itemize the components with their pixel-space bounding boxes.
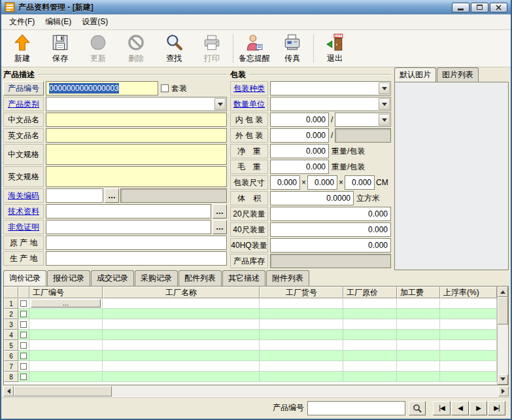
row-checkbox[interactable] [20,363,27,370]
tab-purchase-records[interactable]: 采购记录 [135,270,178,286]
container40hq-input[interactable]: 0.000 [270,238,391,253]
tab-deal-records[interactable]: 成交记录 [91,270,134,286]
tab-quote-records[interactable]: 报价记录 [47,270,90,286]
nav-next-button[interactable]: ▶ [469,401,487,415]
product-no-input[interactable]: 0000000000000003 [46,81,158,96]
row-checkbox[interactable] [20,353,27,359]
table-row[interactable]: 8 [4,372,497,382]
horizontal-scroll-track[interactable] [14,386,498,396]
tab-other-description[interactable]: 其它描述 [222,270,265,286]
customs-code-input[interactable] [46,188,103,203]
vertical-scroll-thumb[interactable] [498,297,508,324]
search-button[interactable] [409,401,426,415]
set-checkbox[interactable] [161,84,169,92]
titlebar[interactable]: 产品资料管理 - [新建] [1,0,511,14]
produce-input[interactable] [46,251,227,266]
qty-unit-dropdown[interactable] [270,97,391,111]
tech-doc-link[interactable]: 技术资料 [8,206,39,217]
gross-weight-input[interactable]: 0.000 [270,160,329,174]
nav-last-button[interactable]: ▶| [488,401,505,415]
header-processing-fee[interactable]: 加工费 [397,287,440,298]
toolbar-update-button[interactable]: 更新 [79,31,117,66]
row-checkbox[interactable] [20,321,27,328]
toolbar-exit-button[interactable]: EXIT 退出 [316,31,354,66]
pack-type-link[interactable]: 包装种类 [233,83,265,94]
tab-attachment-list[interactable]: 附件列表 [266,270,309,286]
cn-spec-input[interactable] [46,144,227,165]
tech-browse-button[interactable]: … [213,204,227,219]
header-factory-price[interactable]: 工厂原价 [343,287,397,298]
tech-doc-input[interactable] [46,204,211,219]
vertical-scroll-track[interactable] [498,297,508,374]
search-product-no-input[interactable] [307,401,405,415]
scroll-up-button[interactable] [498,287,508,297]
toolbar-new-button[interactable]: 新建 [3,31,41,66]
minimize-button[interactable] [452,3,469,12]
table-row[interactable]: 2 [4,309,497,319]
row-checkbox[interactable] [20,332,27,338]
table-row[interactable]: 6 [4,351,497,361]
table-row[interactable]: 3 [4,319,497,330]
inner-pack-unit-dropdown[interactable] [335,113,391,127]
chevron-down-icon[interactable] [379,82,390,94]
row-checkbox[interactable] [20,342,27,349]
origin-input[interactable] [46,236,227,250]
table-row[interactable]: 4 [4,330,497,340]
table-row[interactable]: 1 … [4,298,497,309]
toolbar-find-button[interactable]: 查找 [155,31,193,66]
toolbar-delete-button[interactable]: 删除 [117,31,155,66]
nav-first-button[interactable]: |◀ [433,401,451,415]
toolbar-print-button[interactable]: 打印 [193,31,231,66]
row-checkbox[interactable] [20,300,27,307]
pack-size-width-input[interactable]: 0.000 [307,175,337,190]
tab-default-image[interactable]: 默认图片 [394,67,436,82]
nav-prev-button[interactable]: ◀ [451,401,469,415]
header-markup-rate[interactable]: 上浮率(%) [440,287,497,298]
scroll-down-button[interactable] [498,374,508,385]
toolbar-save-button[interactable]: 保存 [41,31,79,66]
inner-pack-input[interactable]: 0.000 [270,113,329,127]
outer-pack-input[interactable]: 0.000 [270,128,329,143]
scroll-left-button[interactable] [3,386,14,396]
maximize-button[interactable] [471,3,488,12]
horizontal-scroll-thumb[interactable] [14,386,112,396]
header-factory-no[interactable]: 工厂编号 [29,287,103,298]
pack-size-height-input[interactable]: 0.000 [345,175,375,190]
net-weight-input[interactable]: 0.000 [270,144,329,158]
table-row[interactable]: 7 [4,361,497,372]
toolbar-reminder-button[interactable]: 备忘提醒 [235,31,273,66]
horizontal-scrollbar[interactable] [3,386,509,396]
nondanger-input[interactable] [46,220,211,234]
vertical-scrollbar[interactable] [497,287,508,385]
toolbar-fax-button[interactable]: 传真 [273,31,311,66]
header-factory-item-no[interactable]: 工厂货号 [260,287,343,298]
customs-code-link[interactable]: 海关编码 [8,190,39,201]
product-no-button[interactable]: 产品编号 [3,81,44,96]
menu-edit[interactable]: 编辑(E) [40,14,77,29]
customs-browse-button[interactable]: … [105,188,119,203]
row-checkbox[interactable] [20,311,27,317]
category-link[interactable]: 产品类别 [8,99,39,110]
en-spec-input[interactable] [46,166,227,187]
nondanger-link[interactable]: 非危证明 [8,222,39,233]
tab-image-list[interactable]: 图片列表 [437,67,479,82]
menu-settings[interactable]: 设置(S) [77,14,113,29]
chevron-down-icon[interactable] [379,98,390,110]
container40-input[interactable]: 0.000 [270,222,391,237]
pack-size-length-input[interactable]: 0.000 [270,175,300,190]
volume-input[interactable]: 0.0000 [270,191,354,205]
menu-file[interactable]: 文件(F) [4,14,40,29]
scroll-right-button[interactable] [498,386,509,396]
nondanger-browse-button[interactable]: … [213,220,227,234]
category-dropdown[interactable] [46,97,227,111]
container20-input[interactable]: 0.000 [270,207,391,221]
table-row[interactable]: 5 [4,340,497,351]
row-checkbox[interactable] [20,374,27,380]
chevron-down-icon[interactable] [214,98,226,110]
tab-parts-list[interactable]: 配件列表 [179,270,222,286]
pack-type-dropdown[interactable] [270,81,391,96]
close-button[interactable] [490,3,507,12]
tab-inquiry-records[interactable]: 询价记录 [3,270,46,286]
cn-name-input[interactable] [46,113,227,127]
chevron-down-icon[interactable] [379,114,390,126]
